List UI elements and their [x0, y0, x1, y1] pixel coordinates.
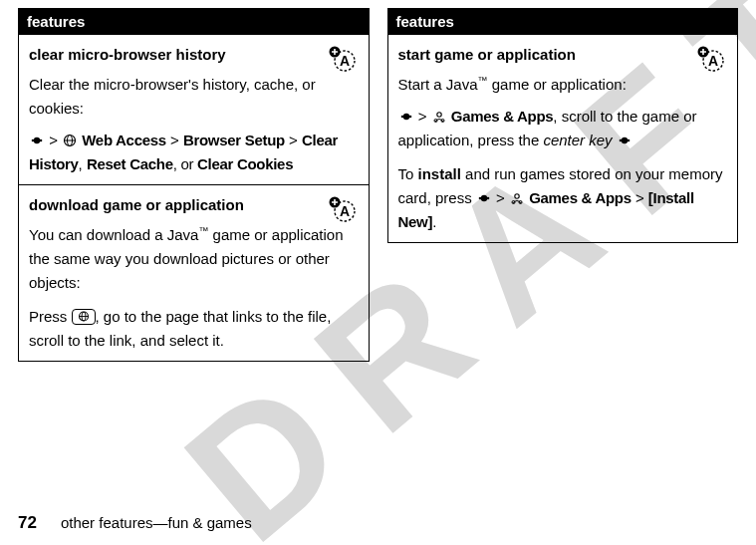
or-text: , or: [173, 155, 197, 172]
path-reset-cache: Reset Cache: [87, 155, 173, 172]
path-clear-cookies: Clear Cookies: [197, 155, 293, 172]
path-browser-setup: Browser Setup: [183, 132, 285, 148]
columns: features A clear micro-browser history C…: [0, 0, 756, 362]
svg-point-28: [481, 195, 487, 201]
svg-point-30: [515, 194, 519, 198]
left-s1-path: > Web Access > Browser Setup > Clear His…: [29, 129, 359, 176]
center-key-icon: [29, 134, 45, 147]
svg-point-21: [436, 113, 440, 117]
svg-text:A: A: [339, 203, 349, 219]
install-bold: install: [418, 165, 461, 182]
svg-point-19: [402, 114, 408, 120]
left-column: features A clear micro-browser history C…: [18, 8, 370, 362]
right-s1-body3: To install and run games stored on your …: [398, 162, 728, 234]
text-to: To: [398, 165, 418, 182]
svg-text:A: A: [339, 53, 349, 69]
svg-point-29: [487, 197, 490, 200]
text-press: Press: [29, 308, 72, 325]
period: .: [432, 213, 436, 230]
games-icon: [509, 189, 529, 206]
text-part: Start a Java: [398, 76, 478, 93]
globe-key-icon: [72, 309, 96, 325]
footer-text: other features—fun & games: [61, 514, 252, 531]
left-s1-title: clear micro-browser history: [29, 43, 359, 67]
center-key-text: center key: [543, 132, 612, 148]
svg-text:A: A: [708, 53, 718, 69]
path-games-apps: Games & Apps: [451, 108, 554, 125]
center-key-icon: [476, 191, 492, 205]
footer: 72other features—fun & games: [18, 513, 252, 533]
left-section-2: A download game or application You can d…: [19, 184, 369, 361]
right-header: features: [388, 9, 738, 34]
left-s2-body2: Press , go to the page that links to the…: [29, 305, 359, 353]
games-icon: [431, 108, 451, 125]
svg-point-25: [622, 137, 628, 143]
right-column: features A start game or application Sta…: [387, 8, 739, 243]
left-s1-body: Clear the micro-browser's history, cache…: [29, 73, 359, 121]
gt-6: >: [635, 189, 644, 206]
text-part: game or application:: [488, 76, 627, 93]
gt-3: >: [289, 132, 298, 148]
text-part: You can download a Java: [29, 226, 198, 243]
tm-mark: ™: [198, 225, 208, 236]
optional-accessory-icon: A: [327, 45, 359, 73]
comma: ,: [79, 155, 83, 172]
right-section-1: A start game or application Start a Java…: [388, 34, 738, 242]
page-number: 72: [18, 513, 37, 532]
gt-4: >: [418, 108, 427, 125]
svg-point-26: [627, 139, 630, 142]
path-web-access: Web Access: [82, 132, 166, 148]
optional-accessory-icon: A: [327, 195, 359, 223]
svg-point-5: [40, 139, 43, 142]
center-key-icon: [398, 110, 414, 124]
left-section-1: A clear micro-browser history Clear the …: [19, 34, 369, 184]
svg-point-4: [34, 137, 40, 143]
center-key-icon: [617, 134, 632, 147]
gt-1: >: [49, 132, 58, 148]
web-icon: [62, 132, 82, 148]
gt-5: >: [496, 189, 505, 206]
optional-accessory-icon: A: [695, 45, 727, 73]
gt-2: >: [170, 132, 179, 148]
left-s2-body1: You can download a Java™ game or applica…: [29, 223, 359, 295]
right-s1-body1: Start a Java™ game or application:: [398, 73, 728, 97]
page: DRAFT features A clear micro-browser his…: [0, 0, 756, 545]
left-header: features: [19, 9, 369, 34]
svg-point-20: [408, 116, 411, 119]
tm-mark: ™: [478, 75, 488, 86]
right-s1-title: start game or application: [398, 43, 728, 67]
right-s1-path1: > Games & Apps, scroll to the game or ap…: [398, 105, 728, 152]
left-s2-title: download game or application: [29, 193, 359, 217]
path-games-apps2: Games & Apps: [529, 189, 631, 206]
